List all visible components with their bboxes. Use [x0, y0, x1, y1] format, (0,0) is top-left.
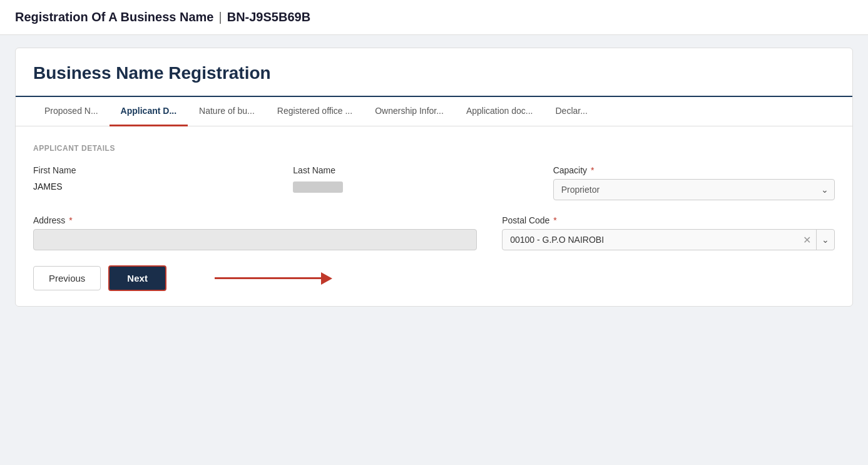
tabs-bar: Proposed N... Applicant D... Nature of b… — [16, 97, 852, 126]
first-name-group: First Name JAMES — [33, 165, 268, 200]
postal-code-group: Postal Code * ✕ ⌄ — [502, 215, 835, 250]
name-row: First Name JAMES Last Name Capacity * Pr… — [33, 165, 835, 200]
buttons-row: Previous Next — [33, 265, 835, 291]
first-name-label: First Name — [33, 165, 268, 175]
form-body: APPLICANT DETAILS First Name JAMES Last … — [16, 126, 852, 306]
tab-declaration[interactable]: Declar... — [544, 97, 599, 126]
arrow-line — [265, 277, 321, 279]
tab-application-docs[interactable]: Application doc... — [455, 97, 544, 126]
last-name-blurred — [293, 181, 343, 193]
capacity-select[interactable]: Proprietor — [553, 179, 835, 200]
address-label: Address * — [33, 215, 477, 225]
address-group: Address * — [33, 215, 477, 250]
last-name-group: Last Name — [293, 165, 528, 200]
tab-proposed-name[interactable]: Proposed N... — [33, 97, 110, 126]
last-name-label: Last Name — [293, 165, 528, 175]
postal-code-input[interactable] — [503, 230, 798, 250]
tab-ownership-info[interactable]: Ownership Infor... — [364, 97, 455, 126]
clear-icon[interactable]: ✕ — [798, 234, 816, 246]
registration-id: BN-J9S5B69B — [227, 10, 310, 24]
page-header: Registration Of A Business Name | BN-J9S… — [0, 0, 868, 35]
postal-code-label: Postal Code * — [502, 215, 835, 225]
header-divider: | — [218, 10, 222, 24]
capacity-select-wrapper: Proprietor ⌄ — [553, 179, 835, 200]
page-title: Registration Of A Business Name — [15, 10, 213, 24]
capacity-required: * — [591, 165, 594, 175]
tab-registered-office[interactable]: Registered office ... — [266, 97, 364, 126]
last-name-value — [293, 179, 528, 197]
form-title-section: Business Name Registration — [16, 48, 852, 97]
previous-button[interactable]: Previous — [33, 266, 101, 290]
postal-code-required: * — [553, 215, 556, 225]
tab-applicant-details[interactable]: Applicant D... — [110, 97, 188, 126]
section-label: APPLICANT DETAILS — [33, 144, 835, 153]
tab-nature-of-business[interactable]: Nature of bu... — [188, 97, 266, 126]
postal-code-wrapper: ✕ ⌄ — [502, 229, 835, 250]
capacity-group: Capacity * Proprietor ⌄ — [553, 165, 835, 200]
main-form-container: Business Name Registration Proposed N...… — [15, 48, 853, 307]
capacity-label: Capacity * — [553, 165, 835, 175]
form-main-title: Business Name Registration — [33, 63, 835, 83]
dropdown-arrow-icon[interactable]: ⌄ — [816, 230, 834, 250]
address-required: * — [69, 215, 72, 225]
first-name-value: JAMES — [33, 179, 268, 194]
arrow-head-icon — [321, 272, 332, 285]
address-input[interactable] — [33, 229, 477, 250]
next-button-arrow — [215, 272, 332, 285]
address-row: Address * Postal Code * ✕ ⌄ — [33, 215, 835, 250]
next-button[interactable]: Next — [108, 265, 166, 291]
